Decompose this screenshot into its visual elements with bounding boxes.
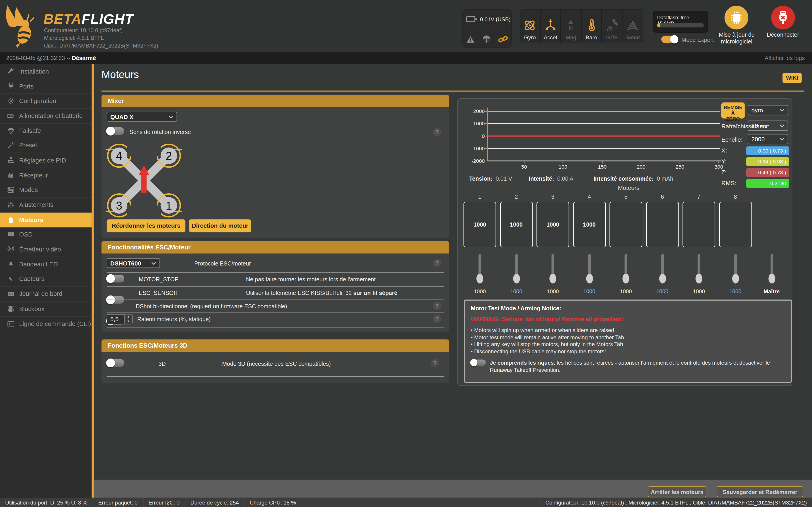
svg-text:3: 3	[116, 199, 122, 212]
motor-slider-value-7: 1000	[686, 288, 712, 294]
help-icon[interactable]: ?	[433, 259, 441, 267]
sidebar-item-ports[interactable]: Ports	[0, 79, 92, 94]
motor-direction-button[interactable]: Direction du moteur	[189, 219, 251, 232]
scale-select[interactable]: 2000	[748, 134, 788, 145]
svg-text:1000: 1000	[473, 121, 485, 126]
help-icon[interactable]: ?	[433, 302, 441, 310]
sidebar-item-installation[interactable]: Installation	[0, 64, 92, 79]
refresh-rate-select[interactable]: 20 ms	[748, 121, 788, 131]
motor-test-notice: Motor Test Mode / Arming Notice: WARNING…	[464, 299, 792, 383]
motor-output-box-8	[719, 202, 752, 247]
sidebar-item-osd[interactable]: OSDOSD	[0, 227, 92, 242]
gyro-icon	[523, 18, 537, 32]
chevron-down-icon	[779, 137, 784, 141]
understand-risks-toggle[interactable]	[471, 360, 486, 366]
motor-stop-toggle[interactable]	[107, 275, 124, 282]
battery-icon	[7, 112, 14, 119]
mixer-panel-header: Mixer	[101, 95, 449, 107]
mixer-panel-body: QUAD X Sens de rotation inversé ?	[101, 107, 449, 238]
stepper-buttons[interactable]: ▲▼	[124, 315, 132, 324]
help-icon[interactable]: ?	[433, 315, 441, 323]
svg-text:2: 2	[166, 150, 172, 162]
sidebar-item-blackbox[interactable]: Blackbox	[0, 302, 92, 317]
motor-slider-thumb-3[interactable]	[549, 274, 556, 283]
disconnect-label[interactable]: Déconnecter	[765, 32, 801, 38]
wiki-button[interactable]: WIKI	[782, 73, 802, 82]
motor-slider-thumb-2[interactable]	[513, 274, 520, 283]
motor-slider-thumb-6[interactable]	[659, 274, 666, 283]
sidebar-item-preset[interactable]: Preset	[0, 138, 92, 153]
configurator-version: Configurateur: 10.10.0 (c97deaf)	[44, 27, 122, 33]
stop-motors-button[interactable]: Arrêter les moteurs	[648, 487, 706, 497]
expert-mode-toggle[interactable]	[661, 36, 678, 43]
sidebar-item-modes[interactable]: Modes	[0, 183, 92, 198]
motor-slider-thumb-7[interactable]	[696, 274, 702, 283]
sidebar-item-receiver[interactable]: Récepteur	[0, 168, 92, 183]
esc-features-header: Fonctionnalités ESC/Moteur	[101, 241, 449, 253]
show-logs-link[interactable]: Afficher les logs	[765, 52, 805, 64]
motor-icon	[7, 216, 14, 223]
battery-voltage: 0.01V (USB)	[480, 16, 511, 22]
accel-icon	[544, 18, 557, 32]
motor-slider-value-1: 1000	[467, 288, 493, 294]
motor-number-8: 8	[730, 193, 741, 200]
chevron-down-icon	[168, 115, 173, 118]
mode-3d-toggle[interactable]	[107, 359, 124, 367]
motor-slider-value-5: 1000	[613, 288, 639, 294]
dataflash-box: Dataflash: free 15.6MB	[654, 11, 708, 32]
plug-icon	[7, 82, 14, 90]
sidebar-item-led-strip[interactable]: Bandeau LED	[0, 257, 92, 272]
sidebar-item-adjustments[interactable]: Ajustements	[0, 198, 92, 213]
sensor-mag: NMag	[561, 9, 581, 42]
motor-slider-thumb-4[interactable]	[586, 274, 593, 283]
motor-idle-input[interactable]: 5,5 ▲▼	[107, 314, 133, 324]
build-info: Configurateur: 10.10.0 (c97deaf) , Micro…	[540, 498, 812, 507]
x-axis-value: 0.00 ( 0.73 )	[746, 147, 789, 155]
cpu-load: Charge CPU: 18 %	[245, 498, 301, 507]
sidebar-item-configuration[interactable]: Configuration	[0, 94, 92, 109]
reorder-motors-button[interactable]: Réordonner les moteurs	[107, 219, 185, 232]
notice-bullet: • Motor test mode will remain active aft…	[471, 334, 785, 341]
help-icon[interactable]: ?	[433, 128, 441, 136]
sidebar-item-motors[interactable]: Moteurs	[0, 213, 92, 227]
motor-slider-thumb-5[interactable]	[622, 274, 629, 283]
current-readout: Intensité: 0.00 A	[529, 175, 573, 181]
sidebar-item-pid-tuning[interactable]: Réglages de PID	[0, 153, 92, 168]
esc-features-body: DSHOT600 Protocole ESC/moteur ? MOTOR_ST…	[101, 253, 449, 332]
understand-risks-text: Je comprends les riques, les hélices son…	[490, 359, 785, 374]
sidebar-item-power-battery[interactable]: Alimentation et batterie	[0, 109, 92, 124]
firmware-update-button[interactable]	[724, 6, 748, 30]
help-icon[interactable]: ?	[431, 359, 439, 368]
master-slider-label: Maître	[759, 288, 784, 294]
svg-text:250: 250	[676, 164, 684, 170]
sensor-baro: Baro	[581, 9, 602, 42]
sidebar-item-logbook[interactable]: Journal de bord	[0, 287, 92, 302]
sidebar-item-sensors[interactable]: Capteurs	[0, 272, 92, 287]
rms-label: RMS:	[721, 180, 736, 186]
motors-section-title: Moteurs	[613, 185, 644, 191]
motor-number-5: 5	[620, 193, 631, 200]
esc-protocol-label: Protocole ESC/moteur	[194, 260, 251, 266]
motor-slider-thumb-1[interactable]	[476, 274, 483, 283]
wrench-icon	[7, 68, 14, 75]
sidebar-item-failsafe[interactable]: Failsafe	[0, 124, 92, 138]
disconnect-button[interactable]	[771, 6, 795, 30]
esc-protocol-select[interactable]: DSHOT600	[107, 258, 160, 268]
master-slider-thumb[interactable]	[768, 274, 775, 283]
svg-text:300: 300	[715, 164, 723, 170]
motor-slider-thumb-8[interactable]	[732, 274, 739, 283]
svg-text:OSD: OSD	[9, 234, 13, 236]
svg-text:100: 100	[559, 164, 567, 170]
esc-3d-header: Fonctions ESC/Moteurs 3D	[101, 339, 449, 352]
reversed-rotation-toggle[interactable]	[107, 127, 124, 135]
reset-zero-button[interactable]: REMISE ÀZÉRO	[721, 103, 745, 119]
sensor-accel: Accel	[540, 9, 561, 42]
firmware-update-label[interactable]: Mise à jour dumicrologiciel	[715, 32, 759, 45]
dataflash-progress	[657, 23, 704, 27]
firmware-version: Micrologiciel: 4.5.1 BTFL	[44, 35, 104, 41]
sidebar-item-cli[interactable]: Ligne de commande (CLI)	[0, 317, 92, 331]
graph-source-select[interactable]: gyro	[748, 105, 788, 115]
sidebar-item-video-transmitter[interactable]: Émetteur vidéo	[0, 242, 92, 257]
save-reboot-button[interactable]: Sauvegarder et Redémarrer	[717, 487, 803, 497]
mixer-type-select[interactable]: QUAD X	[107, 112, 177, 121]
